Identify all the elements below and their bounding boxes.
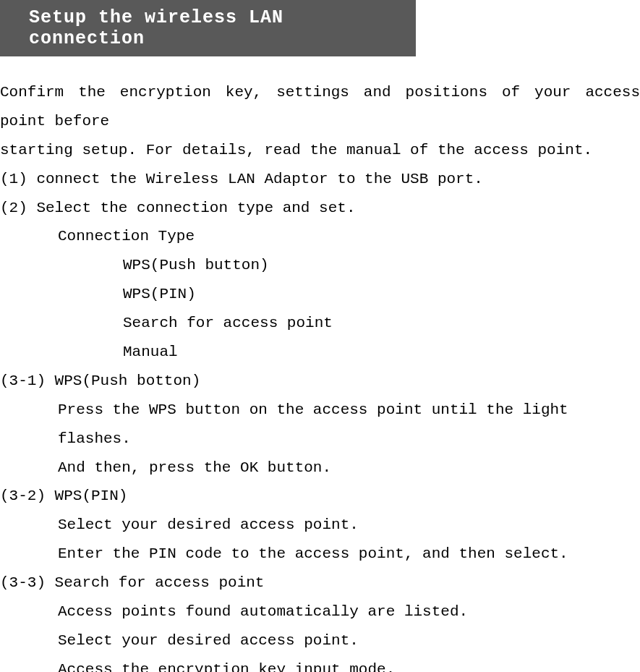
- step-1: (1) connect the Wireless LAN Adaptor to …: [0, 165, 640, 194]
- step-3-3-line-3: Access the encryption key input mode.: [0, 655, 640, 672]
- content-area: Confirm the encryption key, settings and…: [0, 56, 640, 672]
- section-title: Setup the wireless LAN connection: [0, 0, 416, 56]
- step-3-1-label: (3-1) WPS(Push botton): [0, 367, 640, 396]
- document-container: Setup the wireless LAN connection Confir…: [0, 0, 640, 672]
- step-3-1-line-2: And then, press the OK button.: [0, 454, 640, 482]
- intro-line-2: starting setup. For details, read the ma…: [0, 136, 640, 165]
- connection-type-wps-pin: WPS(PIN): [0, 280, 640, 309]
- step-2: (2) Select the connection type and set.: [0, 194, 640, 223]
- connection-type-search: Search for access point: [0, 309, 640, 338]
- step-3-2-line-1: Select your desired access point.: [0, 511, 640, 540]
- connection-type-label: Connection Type: [0, 222, 640, 251]
- intro-line-1: Confirm the encryption key, settings and…: [0, 78, 640, 136]
- connection-type-wps-push: WPS(Push button): [0, 251, 640, 280]
- step-3-1-line-1: Press the WPS button on the access point…: [0, 396, 640, 454]
- connection-type-manual: Manual: [0, 338, 640, 367]
- step-3-2-line-2: Enter the PIN code to the access point, …: [0, 540, 640, 569]
- step-3-2-label: (3-2) WPS(PIN): [0, 482, 640, 511]
- step-3-3-label: (3-3) Search for access point: [0, 569, 640, 597]
- step-3-3-line-1: Access points found automatically are li…: [0, 597, 640, 626]
- step-3-3-line-2: Select your desired access point.: [0, 626, 640, 655]
